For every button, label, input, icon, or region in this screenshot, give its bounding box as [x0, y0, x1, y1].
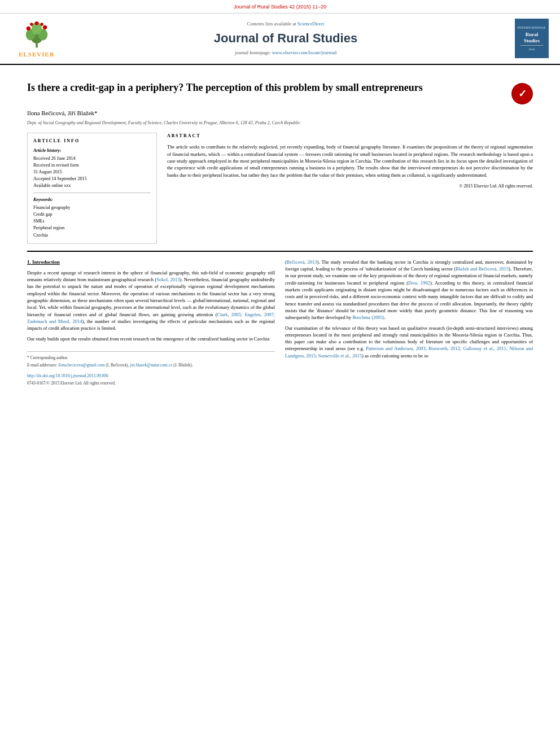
- authors: Ilona Bečicová, Jiří Blažek*: [27, 109, 533, 117]
- intro-para2: Our study builds upon the results obtain…: [27, 335, 275, 342]
- corresponding-note: * Corresponding author.: [27, 355, 275, 361]
- becicova-ref[interactable]: Bečicová, 2013: [287, 259, 317, 265]
- footer-section: * Corresponding author. E-mail addresses…: [27, 351, 275, 387]
- revised-label: Received in revised form: [33, 162, 151, 168]
- right-para1: (Bečicová, 2013). The study revealed tha…: [285, 259, 533, 321]
- journal-homepage: journal homepage: www.elsevier.com/locat…: [68, 50, 504, 56]
- svg-point-8: [30, 23, 33, 27]
- keyword-czechia: Czechia: [33, 232, 151, 238]
- abstract-box: ABSTRACT The article seeks to contribute…: [167, 133, 533, 243]
- rs-logo: INTERNATIONAL RuralStudies ISSN: [515, 19, 549, 58]
- info-divider: [33, 193, 151, 193]
- abstract-copyright: © 2015 Elsevier Ltd. All rights reserved…: [167, 183, 533, 189]
- accepted-date: Accepted 14 September 2015: [33, 176, 151, 182]
- sokol-ref[interactable]: Sokol, 2013: [156, 277, 180, 282]
- svg-point-5: [27, 27, 30, 30]
- patterson-ref[interactable]: Patterson and Anderson, 2003; Bosworth, …: [285, 346, 533, 358]
- body-col-right: (Bečicová, 2013). The study revealed tha…: [285, 259, 533, 387]
- keyword-smes: SMEs: [33, 218, 151, 224]
- svg-point-9: [40, 23, 43, 27]
- journal-center: Contents lists available at ScienceDirec…: [68, 21, 504, 56]
- journal-header: ELSEVIER Contents lists available at Sci…: [0, 14, 560, 64]
- email-label: E-mail addresses:: [27, 362, 57, 368]
- body-content: 1. Introduction Despite a recent upsurge…: [27, 259, 533, 387]
- journal-title: Journal of Rural Studies: [68, 30, 504, 47]
- svg-point-7: [35, 21, 38, 25]
- journal-ref: Journal of Rural Studies 42 (2015) 11–20: [234, 4, 327, 10]
- intro-para1: Despite a recent upsurge of research int…: [27, 269, 275, 332]
- keyword-financial-geography: Financial geography: [33, 204, 151, 211]
- section-divider: [27, 251, 533, 252]
- email1-link[interactable]: ilona.becicova@gmail.com: [58, 362, 104, 368]
- article-info-title: ARTICLE INFO: [33, 138, 151, 144]
- elsevier-logo: ELSEVIER: [11, 18, 62, 59]
- body-col-left: 1. Introduction Despite a recent upsurge…: [27, 259, 275, 387]
- main-content: Is there a credit-gap in a periphery? Th…: [0, 65, 560, 396]
- homepage-url[interactable]: www.elsevier.com/locate/jrurstud: [272, 50, 336, 55]
- svg-text:✓: ✓: [518, 88, 527, 99]
- email1-name: (I. Bečicová),: [106, 362, 130, 368]
- crossmark-icon: ✓: [511, 83, 533, 104]
- journal-logo-right: INTERNATIONAL RuralStudies ISSN: [509, 19, 549, 58]
- footer-copyright: 0743-0167/© 2015 Elsevier Ltd. All right…: [27, 381, 275, 387]
- blazek-ref[interactable]: Blažek and Bečicová, 2015: [456, 266, 509, 272]
- svg-point-6: [43, 25, 47, 29]
- crossmark: ✓: [511, 83, 533, 104]
- email-line: E-mail addresses: ilona.becicova@gmail.c…: [27, 362, 275, 369]
- keywords-label: Keywords:: [33, 196, 151, 203]
- journal-top-bar: Journal of Rural Studies 42 (2015) 11–20: [0, 0, 560, 14]
- abstract-text: The article seeks to contribute to the r…: [167, 143, 533, 178]
- keyword-peripheral: Peripheral region: [33, 225, 151, 231]
- dow-ref[interactable]: Dow, 1992: [408, 280, 430, 286]
- section1-heading: 1. Introduction: [27, 259, 275, 266]
- boschma-ref[interactable]: Boschma (2005): [352, 314, 384, 320]
- affiliation: Dept. of Social Geography and Regional D…: [27, 120, 533, 126]
- clark-ref[interactable]: Clark, 2005; Engelen, 2007; Zademach and…: [27, 312, 275, 324]
- keyword-credit-gap: Credit gap: [33, 211, 151, 217]
- article-info-abstract: ARTICLE INFO Article history: Received 2…: [27, 133, 533, 243]
- revised-date: 31 August 2015: [33, 169, 151, 175]
- science-direct-line: Contents lists available at ScienceDirec…: [68, 21, 504, 28]
- article-info-box: ARTICLE INFO Article history: Received 2…: [27, 133, 157, 243]
- history-label: Article history:: [33, 147, 151, 154]
- right-para2: Our examination of the relevance of this…: [285, 325, 533, 360]
- abstract-title: ABSTRACT: [167, 133, 533, 139]
- available-online: Available online xxx: [33, 182, 151, 189]
- article-title-section: Is there a credit-gap in a periphery? Th…: [27, 81, 533, 104]
- email2-name: (J. Blažek).: [173, 362, 193, 368]
- science-direct-link[interactable]: ScienceDirect: [298, 21, 325, 27]
- elsevier-tree-icon: [20, 18, 54, 49]
- contents-text: Contents lists available at: [247, 21, 296, 27]
- article-title: Is there a credit-gap in a periphery? Th…: [27, 81, 506, 94]
- received-date: Received 26 June 2014: [33, 155, 151, 161]
- elsevier-label: ELSEVIER: [19, 50, 55, 59]
- doi-link[interactable]: http://dx.doi.org/10.1016/j.jrurstud.201…: [27, 373, 275, 379]
- email2-link[interactable]: jiri.blazek@natur.cuni.cz: [130, 362, 172, 368]
- page: Journal of Rural Studies 42 (2015) 11–20…: [0, 0, 560, 747]
- homepage-label: journal homepage:: [235, 50, 271, 55]
